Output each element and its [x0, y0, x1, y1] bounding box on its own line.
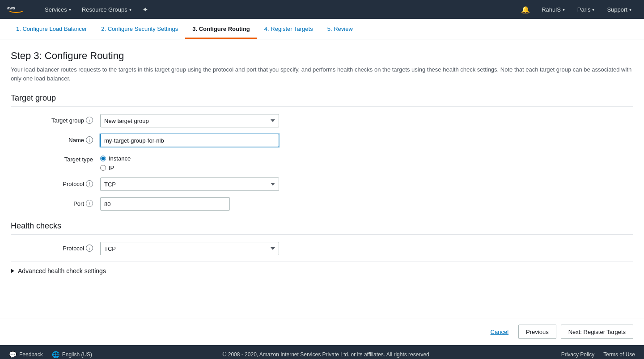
health-check-protocol-info-icon[interactable]: i	[86, 245, 93, 252]
name-row: Name i	[11, 134, 633, 147]
tab-review[interactable]: 5. Review	[320, 25, 360, 39]
target-type-ip-radio[interactable]	[100, 165, 106, 171]
name-info-icon[interactable]: i	[86, 136, 93, 144]
name-control	[100, 134, 279, 147]
advanced-health-check-toggle[interactable]: Advanced health check settings	[11, 262, 633, 280]
page-title: Step 3: Configure Routing	[11, 50, 633, 62]
health-checks-section-title: Health checks	[11, 221, 633, 235]
target-group-info-icon[interactable]: i	[86, 117, 93, 124]
target-type-control: Instance IP	[100, 153, 279, 171]
target-group-section: Target group Target group i New target g…	[11, 93, 633, 211]
port-control	[100, 197, 279, 211]
main-content: Step 3: Configure Routing Your load bala…	[0, 39, 644, 318]
top-navigation: aws Services ▾ Resource Groups ▾ ✦ 🔔 Rah…	[0, 0, 644, 19]
tab-configure-routing[interactable]: 3. Configure Routing	[185, 25, 257, 39]
target-group-control: New target group Existing target group	[100, 114, 279, 127]
port-row: Port i	[11, 197, 633, 211]
port-info-icon[interactable]: i	[86, 200, 93, 207]
expand-icon	[11, 269, 14, 273]
chevron-down-icon: ▾	[592, 7, 594, 12]
protocol-label: Protocol i	[11, 177, 100, 187]
target-group-row: Target group i New target group Existing…	[11, 114, 633, 127]
chevron-down-icon: ▾	[563, 7, 565, 12]
wizard-tabs: 1. Configure Load Balancer 2. Configure …	[0, 19, 644, 39]
language-item[interactable]: 🌐 English (US)	[52, 351, 92, 358]
health-check-protocol-label: Protocol i	[11, 242, 100, 252]
protocol-control: TCP UDP TCP_UDP TLS	[100, 177, 279, 191]
health-check-protocol-select[interactable]: TCP HTTP HTTPS	[100, 242, 279, 255]
nav-services[interactable]: Services ▾	[39, 0, 76, 19]
chevron-down-icon: ▾	[69, 7, 71, 12]
chevron-down-icon: ▾	[129, 7, 131, 12]
port-input[interactable]	[100, 197, 230, 211]
feedback-icon: 💬	[9, 351, 17, 358]
page-description: Your load balancer routes requests to th…	[11, 65, 633, 83]
name-label: Name i	[11, 134, 100, 144]
protocol-select[interactable]: TCP UDP TCP_UDP TLS	[100, 177, 279, 191]
cancel-button[interactable]: Cancel	[485, 326, 514, 338]
port-label: Port i	[11, 197, 100, 207]
nav-support[interactable]: Support ▾	[602, 0, 637, 19]
target-type-row: Target type Instance IP	[11, 153, 633, 171]
action-bar: Cancel Previous Next: Register Targets	[0, 318, 644, 345]
aws-logo[interactable]: aws	[7, 3, 32, 17]
target-type-label: Target type	[11, 153, 100, 163]
terms-of-use-link[interactable]: Terms of Use	[603, 351, 635, 358]
tab-configure-security-settings[interactable]: 2. Configure Security Settings	[94, 25, 185, 39]
target-type-instance-radio[interactable]	[100, 156, 106, 161]
target-group-label: Target group i	[11, 114, 100, 124]
target-type-ip-label[interactable]: IP	[100, 165, 279, 171]
target-type-radio-group: Instance IP	[100, 153, 279, 171]
nav-resource-groups[interactable]: Resource Groups ▾	[76, 0, 137, 19]
nav-user[interactable]: RahulS ▾	[536, 0, 570, 19]
chevron-down-icon: ▾	[629, 7, 631, 12]
nav-pin[interactable]: ✦	[137, 0, 153, 19]
name-input[interactable]	[100, 134, 279, 147]
globe-icon: 🌐	[52, 351, 59, 358]
footer: 💬 Feedback 🌐 English (US) © 2008 - 2020,…	[0, 345, 644, 359]
svg-text:aws: aws	[7, 6, 15, 10]
feedback-item[interactable]: 💬 Feedback	[9, 351, 43, 358]
footer-copyright: © 2008 - 2020, Amazon Internet Services …	[101, 351, 552, 358]
tab-configure-load-balancer[interactable]: 1. Configure Load Balancer	[9, 25, 94, 39]
health-check-protocol-row: Protocol i TCP HTTP HTTPS	[11, 242, 633, 255]
tab-register-targets[interactable]: 4. Register Targets	[257, 25, 320, 39]
next-button[interactable]: Next: Register Targets	[561, 325, 633, 339]
notifications-bell[interactable]: 🔔	[517, 5, 534, 14]
health-checks-section: Health checks Protocol i TCP HTTP HTTPS …	[11, 221, 633, 280]
protocol-info-icon[interactable]: i	[86, 180, 93, 187]
target-group-section-title: Target group	[11, 93, 633, 107]
target-group-select[interactable]: New target group Existing target group	[100, 114, 279, 127]
previous-button[interactable]: Previous	[518, 325, 556, 339]
nav-region[interactable]: Paris ▾	[572, 0, 600, 19]
protocol-row: Protocol i TCP UDP TCP_UDP TLS	[11, 177, 633, 191]
target-type-instance-label[interactable]: Instance	[100, 155, 279, 162]
health-check-protocol-control: TCP HTTP HTTPS	[100, 242, 279, 255]
privacy-policy-link[interactable]: Privacy Policy	[561, 351, 595, 358]
